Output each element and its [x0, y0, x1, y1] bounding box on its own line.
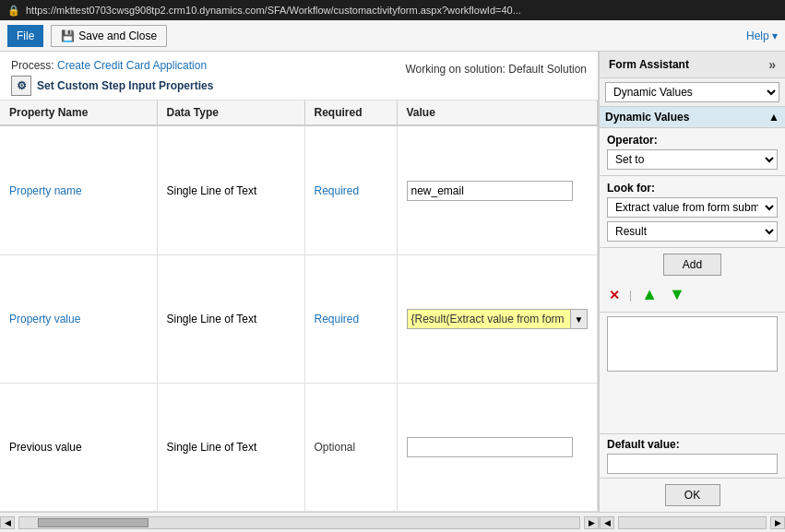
process-link[interactable]: Create Credit Card Application: [57, 59, 207, 72]
col-property-name: Property Name: [0, 100, 157, 125]
collapse-icon[interactable]: ▲: [768, 111, 779, 124]
toolbar: File 💾 Save and Close Help ▾: [0, 20, 785, 52]
table-row: Property value Single Line of Text Requi…: [0, 255, 598, 384]
dynamic-values-select-wrap: Dynamic Values: [600, 78, 785, 107]
scroll-left-arrow[interactable]: ◀: [0, 516, 15, 529]
default-value-label: Default value:: [607, 438, 778, 451]
result-select[interactable]: Result: [607, 221, 778, 242]
property-name-3: Previous value: [9, 441, 82, 454]
right-scrollbar: ◀ ▶: [599, 516, 785, 529]
value-input-3[interactable]: [407, 437, 573, 457]
expand-icon[interactable]: »: [768, 57, 776, 72]
ok-button-wrap: OK: [600, 478, 785, 512]
left-panel: Process: Create Credit Card Application …: [0, 52, 599, 512]
required-2: Required: [315, 313, 360, 325]
title-bar: 🔒 https://mkttest0703cwsg908tp2.crm10.dy…: [0, 0, 785, 20]
bottom-scroll-area: ◀ ▶ ◀ ▶: [0, 512, 785, 532]
dynamic-values-label: Dynamic Values: [605, 111, 689, 124]
add-button-wrap: Add: [600, 248, 785, 281]
help-button[interactable]: Help ▾: [746, 30, 778, 42]
dynamic-value-text: {Result(Extract value from form: [411, 313, 565, 325]
form-assistant-title: Form Assistant: [609, 58, 689, 71]
scrollbar-track[interactable]: [18, 516, 580, 529]
operator-select[interactable]: Set to: [607, 149, 778, 170]
right-scroll-right-arrow[interactable]: ▶: [770, 516, 785, 529]
lock-icon: 🔒: [7, 5, 20, 17]
move-up-button[interactable]: ▲: [639, 283, 660, 306]
table-row: Property name Single Line of Text Requir…: [0, 125, 598, 255]
default-value-section: Default value:: [600, 433, 785, 478]
process-label-row: Process: Create Credit Card Application: [11, 59, 213, 72]
right-scrollbar-track[interactable]: [618, 516, 767, 529]
col-value: Value: [397, 100, 598, 125]
save-close-button[interactable]: 💾 Save and Close: [51, 25, 167, 47]
table-row: Previous value Single Line of Text Optio…: [0, 384, 598, 512]
lookfor-section: Look for: Extract value from form submis…: [600, 176, 785, 248]
add-button[interactable]: Add: [663, 254, 721, 276]
working-solution: Working on solution: Default Solution: [405, 63, 587, 76]
dynamic-values-section: Dynamic Values ▲: [600, 107, 785, 128]
delete-icon-button[interactable]: ✕: [607, 286, 622, 304]
required-3: Optional: [315, 441, 356, 454]
scrollbar-thumb[interactable]: [38, 518, 149, 527]
properties-table: Property Name Data Type Required Value P…: [0, 100, 598, 512]
data-type-2: Single Line of Text: [167, 313, 257, 325]
file-button[interactable]: File: [7, 25, 43, 47]
dynamic-values-select[interactable]: Dynamic Values: [605, 82, 779, 102]
value-input-1[interactable]: [407, 181, 573, 201]
scroll-right-arrow[interactable]: ▶: [584, 516, 599, 529]
url-bar[interactable]: https://mkttest0703cwsg908tp2.crm10.dyna…: [26, 5, 778, 16]
right-scroll-left-arrow[interactable]: ◀: [600, 516, 614, 529]
default-value-input[interactable]: [607, 454, 778, 474]
col-data-type: Data Type: [157, 100, 304, 125]
data-type-1: Single Line of Text: [167, 184, 257, 197]
save-close-label: Save and Close: [78, 30, 157, 42]
property-name-1: Property name: [9, 184, 82, 197]
page-title: Set Custom Step Input Properties: [37, 79, 213, 92]
operator-section: Operator: Set to: [600, 128, 785, 176]
dynamic-value-wrapper: {Result(Extract value from form ▼: [407, 309, 589, 329]
lookfor-label: Look for:: [607, 182, 778, 195]
values-textarea-wrap: [600, 313, 785, 433]
move-down-button[interactable]: ▼: [667, 283, 687, 306]
save-icon: 💾: [61, 30, 75, 42]
process-prefix: Process:: [11, 59, 54, 72]
col-required: Required: [304, 100, 397, 125]
dynamic-value-field[interactable]: {Result(Extract value from form: [407, 309, 572, 329]
form-assistant-panel: Form Assistant » Dynamic Values Dynamic …: [599, 52, 785, 512]
operator-label: Operator:: [607, 134, 778, 147]
property-name-2: Property value: [9, 313, 80, 325]
actions-row: ✕ | ▲ ▼: [600, 281, 785, 313]
data-type-3: Single Line of Text: [167, 441, 257, 454]
lookfor-select[interactable]: Extract value from form submission: [607, 197, 778, 218]
values-textarea[interactable]: [607, 316, 778, 372]
dynamic-field-dropdown-btn[interactable]: ▼: [571, 309, 588, 329]
process-header: Process: Create Credit Card Application …: [0, 52, 598, 100]
form-assistant-header: Form Assistant »: [600, 52, 785, 78]
page-title-row: ⚙ Set Custom Step Input Properties: [11, 76, 213, 96]
required-1: Required: [315, 184, 360, 197]
separator: |: [629, 289, 632, 301]
gear-icon: ⚙: [11, 76, 31, 96]
left-scrollbar: ◀ ▶: [0, 516, 599, 529]
ok-button[interactable]: OK: [665, 484, 720, 506]
